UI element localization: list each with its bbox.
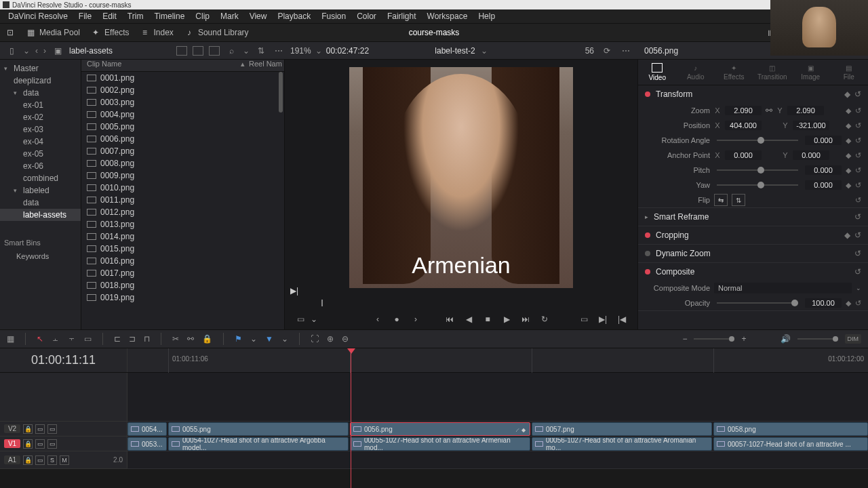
- reset-icon[interactable]: ↺: [854, 212, 861, 222]
- auto-select-icon[interactable]: ▭: [35, 455, 45, 465]
- replace-icon[interactable]: ⊓: [144, 334, 150, 344]
- col-reel-name[interactable]: Reel Nam: [249, 60, 284, 71]
- loop-icon[interactable]: ↻: [538, 313, 551, 325]
- reset-icon[interactable]: ↺: [854, 230, 861, 240]
- more-icon[interactable]: ⋯: [273, 45, 285, 57]
- rotation-slider[interactable]: [717, 140, 798, 141]
- pos-x-input[interactable]: 404.000: [725, 121, 762, 130]
- track-header-v2[interactable]: V2 🔒 ▭ ▭: [0, 422, 127, 436]
- step-back2-icon[interactable]: |◀: [616, 313, 628, 325]
- timeline-timecode[interactable]: 01:00:11:11: [0, 348, 127, 372]
- tree-ex-04[interactable]: ex-04: [0, 136, 81, 148]
- menu-timeline[interactable]: Timeline: [149, 12, 190, 21]
- menu-workspace[interactable]: Workspace: [422, 12, 473, 21]
- menu-fairlight[interactable]: Fairlight: [382, 12, 422, 21]
- clip-row[interactable]: 0009.png: [81, 169, 284, 182]
- tree-ex-05[interactable]: ex-05: [0, 148, 81, 160]
- zoom-chevron-icon[interactable]: ⌄: [315, 46, 322, 56]
- keyframe-icon[interactable]: ◆: [846, 181, 851, 190]
- timeline-clip[interactable]: 0058.png: [713, 422, 868, 436]
- dynamiczoom-enable-dot[interactable]: [645, 251, 650, 256]
- pitch-slider[interactable]: [717, 169, 798, 171]
- reset-icon[interactable]: ↺: [855, 151, 861, 160]
- menu-color[interactable]: Color: [351, 12, 382, 21]
- keyframe-icon[interactable]: ◆: [846, 121, 851, 130]
- auto-select-icon[interactable]: ▭: [35, 439, 45, 449]
- rotation-input[interactable]: 0.000: [805, 136, 842, 145]
- timeline-clip[interactable]: 0054...: [127, 422, 167, 436]
- keyframe-icon[interactable]: ◆: [844, 89, 850, 99]
- insert-icon[interactable]: ⊏: [114, 334, 121, 344]
- solo-icon[interactable]: S: [47, 455, 57, 465]
- effects-button[interactable]: Effects: [104, 28, 129, 37]
- clip-row[interactable]: 0008.png: [81, 157, 284, 169]
- selection-tool-icon[interactable]: ↖: [37, 334, 43, 344]
- tree-deeplizard[interactable]: deeplizard: [0, 75, 81, 87]
- menu-playback[interactable]: Playback: [272, 12, 316, 21]
- tab-effects[interactable]: ✦Effects: [715, 60, 753, 85]
- tab-audio[interactable]: ♪Audio: [677, 60, 715, 85]
- timeline-view-icon[interactable]: ▦: [7, 334, 14, 344]
- keyframe-icon[interactable]: ◆: [846, 299, 851, 308]
- dynamic-trim-icon[interactable]: ⫟: [68, 334, 76, 344]
- auto-select-icon[interactable]: ▭: [35, 424, 45, 434]
- timeline-chevron-icon[interactable]: ⌄: [481, 46, 488, 56]
- reset-icon[interactable]: ↺: [855, 299, 861, 308]
- clip-row[interactable]: 0011.png: [81, 194, 284, 206]
- menu-file[interactable]: File: [73, 12, 97, 21]
- composite-enable-dot[interactable]: [645, 269, 650, 274]
- tree-master[interactable]: ▾Master: [0, 62, 81, 75]
- index-button[interactable]: Index: [154, 28, 174, 37]
- step-back-icon[interactable]: ◀: [462, 313, 475, 325]
- clip-row[interactable]: 0018.png: [81, 279, 284, 291]
- smart-bins-keywords[interactable]: Keywords: [4, 249, 77, 260]
- search-icon[interactable]: ⌕: [225, 45, 237, 57]
- timeline-clip[interactable]: 00057-1027-Head shot of an attractive ..…: [713, 437, 868, 451]
- zoom-y-input[interactable]: 2.090: [787, 106, 824, 115]
- zoom-detail-icon[interactable]: ⊕: [327, 334, 334, 344]
- track-v2[interactable]: 0054...0055.png0056.png⟋◆0057.png0058.pn…: [127, 422, 868, 436]
- transform-enable-dot[interactable]: [645, 92, 650, 97]
- tab-image[interactable]: ▣Image: [791, 60, 830, 85]
- blade-icon[interactable]: ✂: [172, 334, 179, 344]
- playhead-icon[interactable]: [347, 348, 355, 354]
- reset-icon[interactable]: ↺: [855, 166, 861, 175]
- tree-ex-02[interactable]: ex-02: [0, 111, 81, 123]
- timeline-clip[interactable]: 00054-1027-Head shot of an attractive Ar…: [168, 437, 349, 451]
- tree-ex-06[interactable]: ex-06: [0, 160, 81, 172]
- zoom-in-icon[interactable]: +: [741, 334, 746, 344]
- volume-icon[interactable]: 🔊: [781, 334, 791, 344]
- menu-clip[interactable]: Clip: [190, 12, 215, 21]
- match-frame-icon[interactable]: ▭: [578, 313, 590, 325]
- clip-row[interactable]: 0007.png: [81, 145, 284, 157]
- clip-row[interactable]: 0016.png: [81, 255, 284, 267]
- tree-labeled[interactable]: ▾labeled: [0, 184, 81, 197]
- menu-mark[interactable]: Mark: [215, 12, 244, 21]
- nav-fwd-icon[interactable]: ›: [43, 46, 46, 56]
- opacity-slider[interactable]: [717, 302, 798, 304]
- lock-track-icon[interactable]: 🔒: [23, 439, 33, 449]
- zoom-out-icon[interactable]: −: [682, 334, 687, 344]
- clip-row[interactable]: 0004.png: [81, 108, 284, 121]
- clip-row[interactable]: 0012.png: [81, 206, 284, 218]
- track-a1[interactable]: [127, 451, 868, 469]
- timeline-ruler[interactable]: 01:00:11:06 01:00:12:00: [127, 348, 868, 372]
- menu-fusion[interactable]: Fusion: [316, 12, 351, 21]
- clip-row[interactable]: 0005.png: [81, 121, 284, 133]
- tab-file[interactable]: ▤File: [830, 60, 869, 85]
- section-dynamic-zoom[interactable]: Dynamic Zoom↺: [638, 245, 868, 262]
- blade-tool-icon[interactable]: ▭: [84, 334, 92, 344]
- flip-h-button[interactable]: ⇆: [714, 194, 728, 206]
- timeline-clip[interactable]: 0055.png: [168, 422, 349, 436]
- clip-row[interactable]: 0013.png: [81, 218, 284, 230]
- disable-track-icon[interactable]: ▭: [47, 439, 57, 449]
- timeline-clip[interactable]: 0057.png: [532, 422, 712, 436]
- timeline-zoom-slider[interactable]: [694, 338, 734, 340]
- timeline-name[interactable]: label-test-2: [435, 46, 475, 56]
- chevron-down-icon[interactable]: ⌄: [23, 46, 30, 56]
- section-transform[interactable]: Transform ◆↺: [638, 85, 868, 103]
- timeline-clip[interactable]: 0056.png⟋◆: [350, 422, 530, 436]
- section-cropping[interactable]: Cropping◆↺: [638, 226, 868, 244]
- layout-icon[interactable]: ▯: [5, 45, 18, 57]
- step-fwd-icon[interactable]: ▶|: [597, 313, 609, 325]
